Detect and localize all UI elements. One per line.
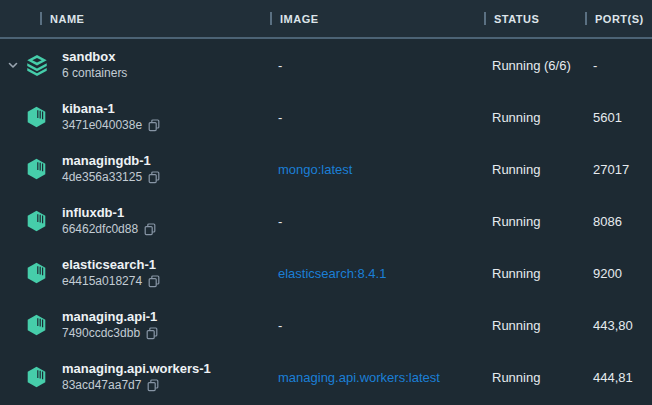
container-name: managing.api-1 bbox=[62, 309, 158, 325]
image-cell: - bbox=[270, 58, 484, 73]
copy-icon bbox=[146, 327, 158, 340]
chevron-down-icon bbox=[7, 59, 19, 71]
ports-cell: 9200 bbox=[585, 266, 652, 281]
column-header-image: IMAGE bbox=[270, 0, 484, 37]
column-header-name: NAME bbox=[0, 0, 270, 37]
container-subtext: 7490ccdc3dbb bbox=[62, 326, 140, 341]
expand-chevron-button[interactable] bbox=[4, 59, 22, 71]
table-row[interactable]: managing.api-1 7490ccdc3dbb - Running 44… bbox=[0, 299, 652, 351]
name-text-block: elasticsearch-1 e4415a018274 bbox=[62, 257, 160, 288]
sub-line: 7490ccdc3dbb bbox=[62, 326, 158, 341]
copy-button[interactable] bbox=[144, 223, 156, 236]
column-label: STATUS bbox=[494, 13, 539, 25]
column-header-status: STATUS bbox=[484, 0, 585, 37]
table-row[interactable]: managingdb-1 4de356a33125 mongo:latest R… bbox=[0, 143, 652, 195]
ports-cell: 443,80 bbox=[585, 318, 652, 333]
status-cell: Running bbox=[484, 370, 585, 385]
container-icon bbox=[26, 366, 47, 388]
image-link[interactable]: elasticsearch:8.4.1 bbox=[270, 266, 484, 281]
table-row[interactable]: kibana-1 3471e040038e - Running 5601 bbox=[0, 91, 652, 143]
ports-cell: 8086 bbox=[585, 214, 652, 229]
name-cell: kibana-1 3471e040038e bbox=[0, 91, 270, 143]
ports-cell: 5601 bbox=[585, 110, 652, 125]
row-icon bbox=[22, 54, 62, 77]
name-text-block: influxdb-1 66462dfc0d88 bbox=[62, 205, 156, 236]
column-header-ports: PORT(S) bbox=[585, 0, 652, 37]
container-icon bbox=[26, 106, 47, 128]
column-separator bbox=[270, 12, 272, 25]
table-row[interactable]: managing.api.workers-1 83acd47aa7d7 mana… bbox=[0, 351, 652, 403]
name-text-block: managing.api-1 7490ccdc3dbb bbox=[62, 309, 158, 340]
container-name: kibana-1 bbox=[62, 101, 160, 117]
column-label: NAME bbox=[50, 13, 84, 25]
ports-cell: - bbox=[585, 58, 652, 73]
row-icon bbox=[22, 158, 62, 180]
status-cell: Running bbox=[484, 162, 585, 177]
sub-line: e4415a018274 bbox=[62, 274, 160, 289]
ports-cell: 444,81 bbox=[585, 370, 652, 385]
sub-line: 6 containers bbox=[62, 66, 127, 81]
container-subtext: 4de356a33125 bbox=[62, 170, 142, 185]
container-subtext: 66462dfc0d88 bbox=[62, 222, 138, 237]
container-name: influxdb-1 bbox=[62, 205, 156, 221]
status-cell: Running bbox=[484, 266, 585, 281]
image-cell: - bbox=[270, 110, 484, 125]
sub-line: 3471e040038e bbox=[62, 118, 160, 133]
copy-icon bbox=[144, 223, 156, 236]
column-separator bbox=[585, 12, 587, 25]
copy-button[interactable] bbox=[148, 275, 160, 288]
image-link[interactable]: mongo:latest bbox=[270, 162, 484, 177]
table-header: NAME IMAGE STATUS PORT(S) bbox=[0, 0, 652, 39]
container-icon bbox=[26, 210, 47, 232]
status-cell: Running (6/6) bbox=[484, 58, 585, 73]
name-cell: managing.api-1 7490ccdc3dbb bbox=[0, 299, 270, 351]
container-icon bbox=[26, 262, 47, 284]
row-icon bbox=[22, 262, 62, 284]
copy-icon bbox=[147, 379, 159, 392]
name-text-block: managingdb-1 4de356a33125 bbox=[62, 153, 160, 184]
table-row[interactable]: sandbox 6 containers - Running (6/6) - bbox=[0, 39, 652, 91]
name-cell: managing.api.workers-1 83acd47aa7d7 bbox=[0, 351, 270, 403]
container-name: elasticsearch-1 bbox=[62, 257, 160, 273]
column-label: PORT(S) bbox=[595, 13, 644, 25]
image-cell: - bbox=[270, 214, 484, 229]
sub-line: 66462dfc0d88 bbox=[62, 222, 156, 237]
image-link[interactable]: managing.api.workers:latest bbox=[270, 370, 484, 385]
copy-button[interactable] bbox=[146, 327, 158, 340]
copy-button[interactable] bbox=[148, 119, 160, 132]
image-cell: - bbox=[270, 318, 484, 333]
name-cell: managingdb-1 4de356a33125 bbox=[0, 143, 270, 195]
table-row[interactable]: influxdb-1 66462dfc0d88 - Running 8086 bbox=[0, 195, 652, 247]
copy-icon bbox=[148, 275, 160, 288]
copy-icon bbox=[148, 171, 160, 184]
container-icon bbox=[26, 314, 47, 336]
column-label: IMAGE bbox=[280, 13, 319, 25]
copy-icon bbox=[148, 119, 160, 132]
row-icon bbox=[22, 314, 62, 336]
name-text-block: sandbox 6 containers bbox=[62, 49, 127, 80]
row-icon bbox=[22, 366, 62, 388]
containers-table: NAME IMAGE STATUS PORT(S) bbox=[0, 0, 652, 405]
copy-button[interactable] bbox=[148, 171, 160, 184]
name-text-block: kibana-1 3471e040038e bbox=[62, 101, 160, 132]
container-name: managing.api.workers-1 bbox=[62, 361, 211, 377]
sub-line: 4de356a33125 bbox=[62, 170, 160, 185]
container-name: sandbox bbox=[62, 49, 127, 65]
container-name: managingdb-1 bbox=[62, 153, 160, 169]
container-subtext: 6 containers bbox=[62, 66, 127, 81]
copy-button[interactable] bbox=[147, 379, 159, 392]
container-table-body: sandbox 6 containers - Running (6/6) - bbox=[0, 39, 652, 405]
status-cell: Running bbox=[484, 110, 585, 125]
container-icon bbox=[26, 158, 47, 180]
column-separator bbox=[484, 12, 486, 25]
layers-icon bbox=[26, 54, 48, 77]
container-subtext: e4415a018274 bbox=[62, 274, 142, 289]
status-cell: Running bbox=[484, 318, 585, 333]
row-icon bbox=[22, 106, 62, 128]
table-row[interactable]: elasticsearch-1 e4415a018274 elasticsear… bbox=[0, 247, 652, 299]
container-subtext: 3471e040038e bbox=[62, 118, 142, 133]
ports-cell: 27017 bbox=[585, 162, 652, 177]
name-text-block: managing.api.workers-1 83acd47aa7d7 bbox=[62, 361, 211, 392]
name-cell: influxdb-1 66462dfc0d88 bbox=[0, 195, 270, 247]
row-icon bbox=[22, 210, 62, 232]
